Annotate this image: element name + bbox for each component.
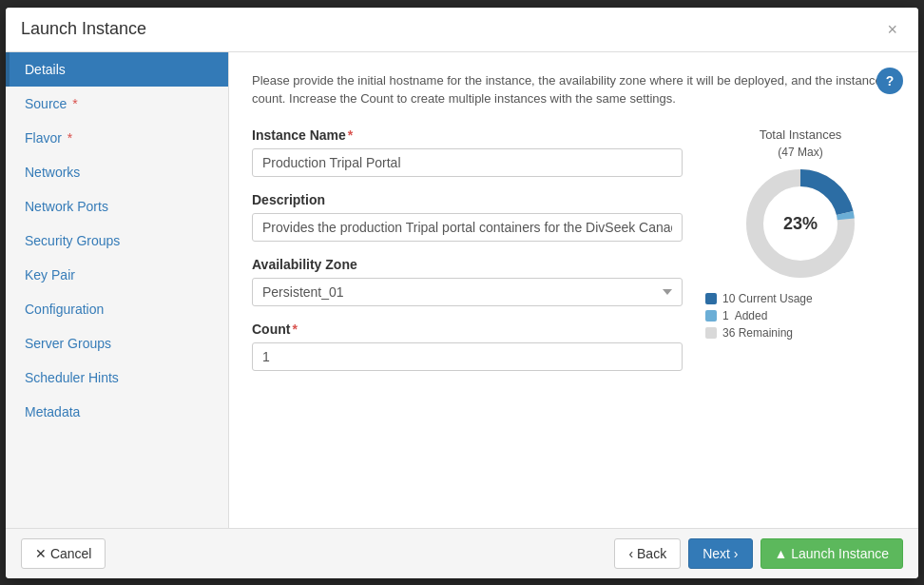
launch-instance-button[interactable]: ▲ Launch Instance [760,538,904,569]
content-row: Instance Name* Description Availability … [252,127,895,386]
legend-remaining-label: 36 Remaining [722,326,793,340]
legend-added: 1 Added [705,309,895,322]
description-group: Description [252,192,683,242]
help-button[interactable]: ? [876,68,903,94]
modal-body: DetailsSource *Flavor *NetworksNetwork P… [6,52,918,528]
close-button[interactable]: × [881,19,903,40]
description-text: Please provide the initial hostname for … [252,71,895,108]
legend-current-label: 10 Current Usage [722,292,813,305]
sidebar-item-source[interactable]: Source * [6,87,228,121]
sidebar-item-key-pair[interactable]: Key Pair [6,258,228,292]
chart-title: Total Instances [760,127,842,142]
donut-percent-label: 23% [783,213,818,233]
modal-title: Launch Instance [21,19,146,39]
sidebar-item-metadata[interactable]: Metadata [6,395,228,429]
instance-name-group: Instance Name* [252,127,683,177]
sidebar-item-networks[interactable]: Networks [6,155,228,189]
sidebar-item-configuration[interactable]: Configuration [6,292,228,326]
availability-zone-select[interactable]: Persistent_01 nova Any Availability Zone [252,278,683,306]
footer-right: ‹ Back Next › ▲ Launch Instance [614,538,903,569]
chart-section: Total Instances (47 Max) 23% [705,127,895,386]
instance-name-label: Instance Name* [252,127,683,143]
sidebar-item-details[interactable]: Details [6,52,228,87]
main-content: ? Please provide the initial hostname fo… [229,52,918,528]
cancel-label: Cancel [50,546,92,561]
chart-subtitle: (47 Max) [778,146,822,159]
instance-name-input[interactable] [252,148,683,177]
sidebar: DetailsSource *Flavor *NetworksNetwork P… [6,52,229,528]
back-button[interactable]: ‹ Back [614,538,681,569]
legend-remaining-color [705,327,717,339]
sidebar-item-server-groups[interactable]: Server Groups [6,326,228,361]
availability-zone-group: Availability Zone Persistent_01 nova Any… [252,257,683,306]
launch-label: Launch Instance [791,546,889,561]
availability-zone-label: Availability Zone [252,257,683,272]
donut-chart: 23% [743,166,857,281]
count-label: Count* [252,322,683,337]
description-input[interactable] [252,213,683,242]
modal-header: Launch Instance × [6,8,918,52]
count-group: Count* [252,322,683,371]
sidebar-item-network-ports[interactable]: Network Ports [6,189,228,224]
sidebar-item-security-groups[interactable]: Security Groups [6,224,228,258]
sidebar-item-scheduler-hints[interactable]: Scheduler Hints [6,361,228,395]
cancel-icon: ✕ [35,546,47,561]
sidebar-item-flavor[interactable]: Flavor * [6,121,228,155]
legend-added-label: 1 Added [722,309,767,322]
modal-footer: ✕ Cancel ‹ Back Next › ▲ Launch Instance [6,528,918,578]
legend-current: 10 Current Usage [705,292,895,305]
next-label: Next › [703,546,738,561]
next-button[interactable]: Next › [688,538,752,569]
form-section: Instance Name* Description Availability … [252,127,683,386]
count-input[interactable] [252,342,683,371]
launch-icon: ▲ [775,546,792,561]
footer-left: ✕ Cancel [21,538,106,569]
chart-legend: 10 Current Usage 1 Added 36 Remaining [705,292,895,343]
legend-current-color [705,293,717,304]
back-label: ‹ Back [628,546,666,561]
description-label: Description [252,192,683,207]
legend-added-color [705,310,717,322]
launch-instance-modal: Launch Instance × DetailsSource *Flavor … [6,8,918,578]
cancel-button[interactable]: ✕ Cancel [21,538,106,569]
legend-remaining: 36 Remaining [705,326,895,340]
modal-overlay: Launch Instance × DetailsSource *Flavor … [0,0,924,585]
